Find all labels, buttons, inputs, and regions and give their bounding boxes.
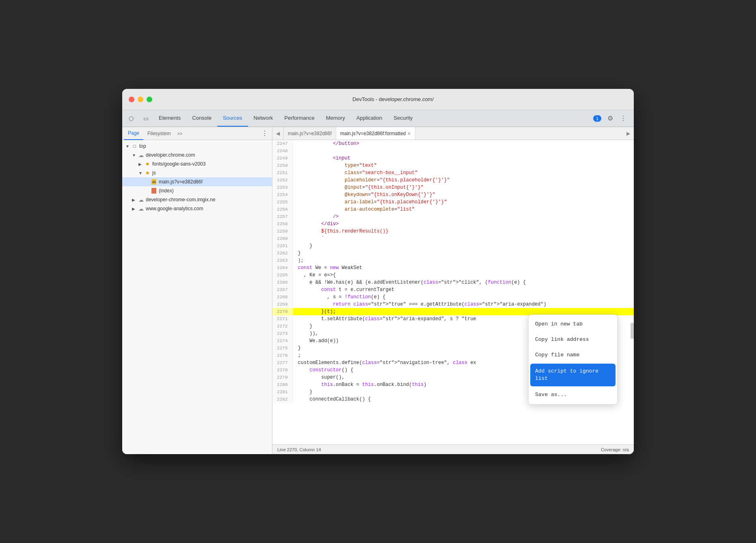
line-code: placeholder="{this.placeholder{'}'}": [293, 177, 634, 184]
line-code: @keydown="{this.onKeyDown{'}'}": [293, 191, 634, 198]
context-menu-copy-file[interactable]: Copy file name: [529, 347, 617, 363]
line-code: }: [293, 242, 634, 250]
tab-performance[interactable]: Performance: [279, 110, 320, 127]
folder-icon: ■: [144, 170, 151, 176]
tree-item-js[interactable]: ▼ ■ js: [122, 168, 272, 177]
drawer-icon[interactable]: ▭: [138, 110, 153, 127]
context-menu-ignore-list[interactable]: Add script to ignore list: [530, 364, 616, 386]
tree-item-main-js[interactable]: JS main.js?v=e382d86f: [122, 177, 272, 186]
line-number: 2256: [272, 206, 293, 213]
tab-page[interactable]: Page: [124, 127, 143, 140]
tab-security[interactable]: Security: [388, 110, 418, 127]
tab-filesystem[interactable]: Filesystem: [143, 127, 175, 140]
tab-network[interactable]: Network: [248, 110, 279, 127]
tab-sources[interactable]: Sources: [217, 110, 248, 127]
line-code: [293, 147, 634, 155]
title-bar: DevTools - developer.chrome.com/: [122, 89, 634, 110]
folder-icon: ■: [144, 161, 151, 167]
line-number: 2279: [272, 374, 293, 381]
expand-arrow: ▶: [138, 162, 144, 166]
line-number: 2259: [272, 228, 293, 235]
line-number: 2255: [272, 198, 293, 206]
tab-console[interactable]: Console: [186, 110, 217, 127]
line-number: 2262: [272, 250, 293, 257]
line-code: );: [293, 257, 634, 264]
more-icon[interactable]: ⋮: [618, 113, 629, 124]
editor-tab-bar: ◀ main.js?v=e382d86f main.js?v=e382d86f:…: [272, 127, 634, 140]
file-tree: ▼ □ top ▼ ☁ developer.chrome.com ▶ ■ fon…: [122, 140, 272, 454]
tab-elements[interactable]: Elements: [153, 110, 186, 127]
line-code: const t = e.currentTarget: [293, 286, 634, 293]
code-editor[interactable]: 2247 </button>22482249 <input2250 type="…: [272, 140, 634, 444]
line-number: 2263: [272, 257, 293, 264]
expand-arrow: ▼: [132, 153, 138, 157]
line-code: , Ke = e=>{: [293, 272, 634, 279]
cloud-icon: ☁: [138, 152, 144, 158]
line-number: 2271: [272, 315, 293, 323]
line-number: 2266: [272, 279, 293, 286]
line-number: 2257: [272, 213, 293, 220]
settings-icon[interactable]: ⚙: [605, 113, 616, 124]
line-number: 2277: [272, 359, 293, 366]
editor-tab-main-js[interactable]: main.js?v=e382d86f: [284, 127, 336, 140]
tree-item-developer-chrome[interactable]: ▼ ☁ developer.chrome.com: [122, 151, 272, 159]
scrollbar-track[interactable]: [631, 140, 634, 444]
context-menu: Open in new tab Copy link address Copy f…: [528, 315, 618, 405]
tab-application[interactable]: Application: [351, 110, 388, 127]
maximize-button[interactable]: [147, 97, 152, 102]
expand-arrow: ▼: [125, 144, 131, 149]
editor-tab-formatted[interactable]: main.js?v=e382d86f:formatted ×: [336, 127, 415, 140]
line-number: 2252: [272, 177, 293, 184]
back-button[interactable]: ◀: [272, 127, 284, 140]
tab-memory[interactable]: Memory: [320, 110, 351, 127]
line-code: @input="{this.onInput{'}'}": [293, 184, 634, 191]
tree-item-index[interactable]: (index): [122, 186, 272, 195]
line-code: </div>: [293, 220, 634, 228]
expand-arrow: ▶: [132, 207, 138, 211]
devtools-tab-bar: ⬡ ▭ Elements Console Sources Network Per…: [122, 110, 634, 127]
line-code: aria-label="{this.placeholder{'}'}": [293, 198, 634, 206]
line-code: const We = new WeakSet: [293, 264, 634, 272]
status-bar: Line 2270, Column 14 Coverage: n/a: [272, 444, 634, 454]
cloud-icon: ☁: [138, 205, 144, 212]
minimize-button[interactable]: [138, 97, 143, 102]
line-code: </button>: [293, 140, 634, 147]
tree-item-imgix[interactable]: ▶ ☁ developer-chrome-com.imgix.ne: [122, 195, 272, 204]
line-number: 2274: [272, 337, 293, 345]
line-number: 2253: [272, 184, 293, 191]
line-number: 2281: [272, 388, 293, 396]
cursor-position: Line 2270, Column 14: [277, 447, 321, 452]
tree-item-fonts[interactable]: ▶ ■ fonts/google-sans-v2003: [122, 159, 272, 168]
collapse-icon[interactable]: ▶: [622, 127, 634, 140]
line-number: 2260: [272, 235, 293, 242]
line-number: 2248: [272, 147, 293, 155]
context-menu-open-tab[interactable]: Open in new tab: [529, 317, 617, 332]
panel-menu-icon[interactable]: ⋮: [259, 129, 270, 137]
line-number: 2258: [272, 220, 293, 228]
close-tab-icon[interactable]: ×: [408, 131, 411, 136]
line-number: 2250: [272, 162, 293, 169]
close-button[interactable]: [129, 97, 134, 102]
line-code: />: [293, 213, 634, 220]
line-number: 2261: [272, 242, 293, 250]
line-number: 2270: [272, 308, 293, 315]
expand-arrow: ▼: [138, 171, 144, 175]
console-badge[interactable]: 1: [592, 113, 603, 124]
js-file-icon: JS: [151, 179, 157, 185]
tree-item-analytics[interactable]: ▶ ☁ www.google-analytics.com: [122, 204, 272, 213]
tree-item-top[interactable]: ▼ □ top: [122, 142, 272, 151]
scrollbar-thumb[interactable]: [631, 323, 634, 339]
cursor-icon[interactable]: ⬡: [124, 110, 138, 127]
line-number: 2276: [272, 352, 293, 359]
line-code: ${this.renderResults()}: [293, 228, 634, 235]
line-number: 2247: [272, 140, 293, 147]
line-number: 2254: [272, 191, 293, 198]
line-number: 2267: [272, 286, 293, 293]
line-code: }: [293, 250, 634, 257]
line-number: 2264: [272, 264, 293, 272]
context-menu-save-as[interactable]: Save as...: [529, 387, 617, 403]
line-number: 2275: [272, 345, 293, 352]
more-tabs[interactable]: >>: [175, 131, 185, 136]
context-menu-copy-link[interactable]: Copy link address: [529, 332, 617, 347]
window-title: DevTools - developer.chrome.com/: [159, 96, 627, 102]
